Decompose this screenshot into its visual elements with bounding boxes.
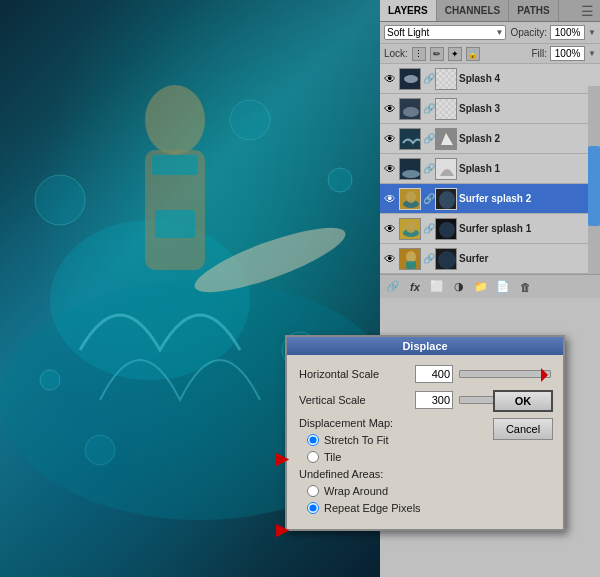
layer-thumbnail <box>399 68 421 90</box>
repeat-edge-pixels-row: Repeat Edge Pixels <box>307 502 551 514</box>
layer-visibility-icon[interactable]: 👁 <box>383 222 397 236</box>
layer-thumbnail <box>399 218 421 240</box>
layer-item[interactable]: 👁 🔗 Surfer <box>380 244 600 274</box>
layer-mask-thumbnail <box>435 158 457 180</box>
layer-visibility-icon[interactable]: 👁 <box>383 192 397 206</box>
lock-row: Lock: ⋮ ✏ ✦ 🔒 Fill: 100% ▼ <box>380 44 600 64</box>
red-arrow-stretch: ▶ <box>276 449 288 468</box>
stretch-to-fit-label: Stretch To Fit <box>324 434 389 446</box>
svg-point-4 <box>328 168 352 192</box>
layer-visibility-icon[interactable]: 👁 <box>383 252 397 266</box>
layer-item[interactable]: 👁 🔗 Splash 4 <box>380 64 600 94</box>
slider-thumb <box>541 368 548 382</box>
svg-point-26 <box>439 191 455 209</box>
layer-chain-icon: 🔗 <box>423 193 433 204</box>
fx-icon[interactable]: fx <box>406 278 424 296</box>
svg-point-2 <box>35 175 85 225</box>
opacity-value[interactable]: 100% <box>550 25 585 40</box>
layer-item[interactable]: 👁 🔗 Surfer splash 2 <box>380 184 600 214</box>
svg-point-5 <box>40 370 60 390</box>
layer-thumbnail <box>399 128 421 150</box>
layer-chain-icon: 🔗 <box>423 223 433 234</box>
horizontal-scale-row: Horizontal Scale <box>299 365 551 383</box>
layer-item[interactable]: 👁 🔗 Surfer splash 1 <box>380 214 600 244</box>
svg-rect-21 <box>436 158 456 180</box>
layer-thumbnail <box>399 158 421 180</box>
layer-mask-thumbnail <box>435 248 457 270</box>
svg-point-20 <box>402 170 420 178</box>
wrap-around-radio[interactable] <box>307 485 319 497</box>
fill-value[interactable]: 100% <box>550 46 585 61</box>
layer-item[interactable]: 👁 🔗 Splash 2 <box>380 124 600 154</box>
folder-icon[interactable]: 📁 <box>472 278 490 296</box>
layer-chain-icon: 🔗 <box>423 163 433 174</box>
fill-control: Fill: 100% ▼ <box>532 46 596 61</box>
delete-layer-icon[interactable]: 🗑 <box>516 278 534 296</box>
svg-point-31 <box>439 222 455 238</box>
lock-dots-icon[interactable]: ⋮ <box>412 47 426 61</box>
panel-menu-icon[interactable]: ☰ <box>575 3 600 19</box>
tile-radio[interactable] <box>307 451 319 463</box>
scrollbar-thumb[interactable] <box>588 146 600 226</box>
fill-label: Fill: <box>532 48 548 59</box>
adjustment-icon[interactable]: ◑ <box>450 278 468 296</box>
dialog-buttons: OK Cancel <box>493 390 553 440</box>
ok-button[interactable]: OK <box>493 390 553 412</box>
link-icon[interactable]: 🔗 <box>384 278 402 296</box>
repeat-edge-pixels-radio[interactable] <box>307 502 319 514</box>
lock-brush-icon[interactable]: ✏ <box>430 47 444 61</box>
svg-point-14 <box>404 75 418 83</box>
layer-name: Splash 3 <box>459 103 597 114</box>
undefined-areas-label: Undefined Areas: <box>299 468 551 480</box>
tile-label: Tile <box>324 451 341 463</box>
layer-name: Surfer splash 1 <box>459 223 597 234</box>
wrap-around-row: Wrap Around <box>307 485 551 497</box>
tab-paths[interactable]: PATHS <box>509 0 558 21</box>
layer-mask-thumbnail <box>435 218 457 240</box>
layer-mask-thumbnail <box>435 98 457 120</box>
layer-name: Surfer <box>459 253 597 264</box>
layer-name: Splash 4 <box>459 73 597 84</box>
opacity-arrow: ▼ <box>588 28 596 37</box>
layer-item[interactable]: 👁 🔗 Splash 1 <box>380 154 600 184</box>
layer-visibility-icon[interactable]: 👁 <box>383 72 397 86</box>
repeat-edge-pixels-label: Repeat Edge Pixels <box>324 502 421 514</box>
lock-all-icon[interactable]: 🔒 <box>466 47 480 61</box>
svg-point-29 <box>406 221 416 233</box>
fill-arrow: ▼ <box>588 49 596 58</box>
layer-visibility-icon[interactable]: 👁 <box>383 132 397 146</box>
layer-visibility-icon[interactable]: 👁 <box>383 162 397 176</box>
layer-chain-icon: 🔗 <box>423 73 433 84</box>
red-arrow-repeat: ▶ <box>276 520 288 539</box>
blend-mode-select[interactable]: Soft Light ▼ <box>384 25 506 40</box>
cancel-button[interactable]: Cancel <box>493 418 553 440</box>
svg-rect-34 <box>406 261 416 269</box>
stretch-to-fit-radio[interactable] <box>307 434 319 446</box>
new-layer-icon[interactable]: 📄 <box>494 278 512 296</box>
blend-mode-arrow: ▼ <box>495 28 503 37</box>
tab-layers[interactable]: LAYERS <box>380 0 437 21</box>
tab-channels[interactable]: CHANNELS <box>437 0 510 21</box>
opacity-label: Opacity: <box>510 27 547 38</box>
svg-rect-11 <box>155 210 195 238</box>
horizontal-scale-slider[interactable] <box>459 370 551 378</box>
layer-chain-icon: 🔗 <box>423 133 433 144</box>
dialog-title: Displace <box>287 337 563 355</box>
wrap-around-label: Wrap Around <box>324 485 388 497</box>
layer-item[interactable]: 👁 🔗 Splash 3 <box>380 94 600 124</box>
lock-move-icon[interactable]: ✦ <box>448 47 462 61</box>
vertical-scale-label: Vertical Scale <box>299 394 409 406</box>
vertical-scale-input[interactable] <box>415 391 453 409</box>
layer-thumbnail <box>399 98 421 120</box>
lock-label: Lock: <box>384 48 408 59</box>
horizontal-scale-label: Horizontal Scale <box>299 368 409 380</box>
layers-scrollbar[interactable] <box>588 86 600 274</box>
opacity-control: Opacity: 100% ▼ <box>510 25 596 40</box>
layer-name: Surfer splash 2 <box>459 193 597 204</box>
horizontal-scale-input[interactable] <box>415 365 453 383</box>
layer-toolbar: 🔗 fx ⬜ ◑ 📁 📄 🗑 <box>380 274 600 298</box>
layer-mask-thumbnail <box>435 188 457 210</box>
tile-row: Tile <box>307 451 551 463</box>
mask-icon[interactable]: ⬜ <box>428 278 446 296</box>
layer-visibility-icon[interactable]: 👁 <box>383 102 397 116</box>
